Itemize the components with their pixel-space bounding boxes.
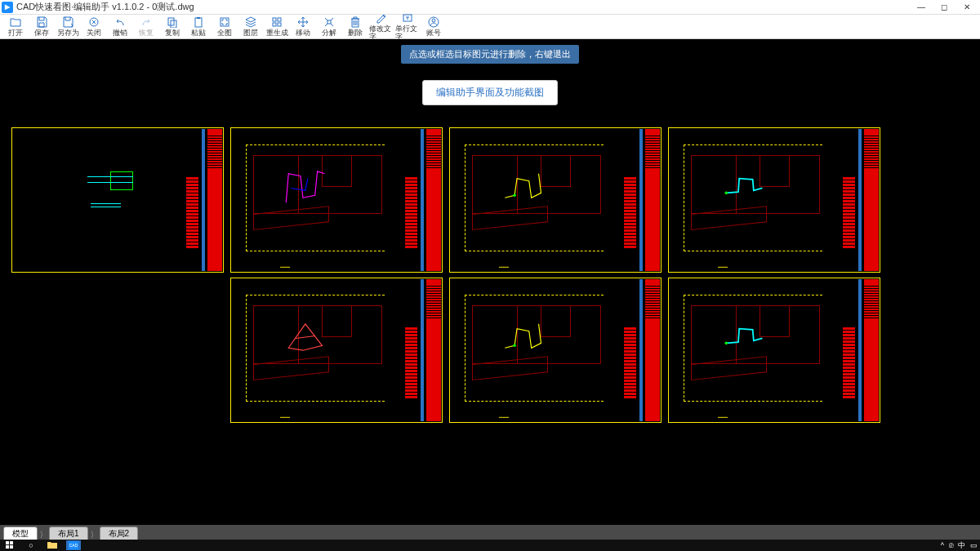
delete-icon bbox=[349, 16, 362, 28]
sheet-stripe bbox=[639, 279, 643, 421]
copy-button[interactable]: 复制 bbox=[160, 16, 185, 38]
edittext-button[interactable]: 修改文字 bbox=[369, 16, 394, 38]
drawing-sheet-5[interactable]: ━━━━ bbox=[449, 278, 662, 423]
sheet-stripe bbox=[202, 129, 205, 271]
toolbar-label: 全图 bbox=[217, 29, 232, 37]
sheet-label: ━━━━ bbox=[718, 264, 728, 269]
explorer-icon[interactable] bbox=[45, 540, 60, 550]
window-title: CAD快速看图·编辑助手 v1.1.0.2 - 0测试.dwg bbox=[16, 1, 910, 13]
floor-plan bbox=[684, 144, 835, 251]
toolbar-label: 图层 bbox=[243, 29, 258, 37]
svg-rect-3 bbox=[195, 18, 202, 27]
layer-button[interactable]: 图层 bbox=[238, 16, 263, 38]
undo-button[interactable]: 撤销 bbox=[108, 16, 132, 38]
svg-rect-9 bbox=[278, 23, 281, 26]
annotation-bars bbox=[624, 327, 636, 421]
title-bar: ▶ CAD快速看图·编辑助手 v1.1.0.2 - 0测试.dwg — ◻ ✕ bbox=[0, 0, 980, 15]
tab-layout1[interactable]: 布局1 bbox=[49, 527, 88, 540]
full-icon bbox=[218, 16, 231, 28]
title-block bbox=[864, 279, 879, 421]
tray-ime-icon[interactable]: 中 bbox=[958, 540, 965, 551]
svg-point-17 bbox=[725, 341, 728, 344]
annotation-bars bbox=[843, 177, 855, 271]
search-button[interactable]: ○ bbox=[24, 540, 38, 550]
tray-display-icon[interactable]: ⎚ bbox=[949, 541, 953, 549]
toolbar-label: 保存 bbox=[34, 29, 49, 37]
minimize-button[interactable]: — bbox=[910, 0, 933, 15]
tab-layout2[interactable]: 布局2 bbox=[100, 527, 139, 540]
svg-rect-10 bbox=[327, 20, 331, 24]
floor-plan bbox=[27, 144, 178, 251]
floor-plan bbox=[246, 295, 397, 402]
drawing-sheet-1[interactable]: ━━━━ bbox=[230, 127, 443, 273]
title-block bbox=[645, 279, 660, 421]
svg-point-12 bbox=[432, 19, 435, 22]
toolbar-label: 移动 bbox=[296, 29, 310, 37]
svg-rect-7 bbox=[278, 18, 281, 21]
text-button[interactable]: 单行文字 bbox=[395, 16, 420, 38]
drawing-sheet-0[interactable] bbox=[11, 127, 224, 273]
start-button[interactable] bbox=[2, 540, 17, 550]
system-tray[interactable]: ^ ⎚ 中 ▭ bbox=[941, 540, 978, 551]
title-block bbox=[207, 129, 222, 271]
full-button[interactable]: 全图 bbox=[212, 16, 237, 38]
maximize-button[interactable]: ◻ bbox=[933, 0, 956, 15]
open-button[interactable]: 打开 bbox=[3, 16, 28, 38]
copy-icon bbox=[166, 16, 179, 28]
paste-button[interactable]: 粘贴 bbox=[186, 16, 211, 38]
title-block bbox=[426, 279, 441, 421]
floor-plan bbox=[465, 144, 616, 251]
tray-chevron-icon[interactable]: ^ bbox=[941, 541, 944, 549]
annotation-bars bbox=[405, 327, 417, 421]
close-button[interactable]: 关闭 bbox=[82, 16, 106, 38]
paste-icon bbox=[192, 16, 205, 28]
layout-tabs: 模型 ⟩ 布局1 ⟩ 布局2 bbox=[0, 525, 980, 540]
svg-rect-8 bbox=[273, 23, 276, 26]
toolbar-label: 重生成 bbox=[266, 29, 288, 37]
toolbar-label: 恢复 bbox=[139, 29, 154, 37]
sheet-label: ━━━━ bbox=[280, 415, 290, 420]
delete-button[interactable]: 删除 bbox=[343, 16, 368, 38]
move-icon bbox=[296, 16, 310, 28]
undo-icon bbox=[114, 16, 127, 28]
drawing-sheet-3[interactable]: ━━━━ bbox=[668, 127, 880, 273]
text-icon bbox=[401, 12, 414, 24]
cad-app-icon[interactable]: CAD bbox=[66, 540, 81, 550]
drawing-sheet-4[interactable]: ━━━━ bbox=[230, 278, 443, 423]
drawing-canvas[interactable]: 点选或框选目标图元进行删除，右键退出 编辑助手界面及功能截图 ━━━━ bbox=[0, 39, 980, 525]
explode-icon bbox=[323, 16, 336, 28]
move-button[interactable]: 移动 bbox=[291, 16, 315, 38]
annotation-bars bbox=[624, 177, 636, 271]
annotation-bars bbox=[186, 177, 198, 271]
account-button[interactable]: 账号 bbox=[421, 16, 446, 38]
window-controls: — ◻ ✕ bbox=[910, 0, 978, 15]
toolbar-label: 撤销 bbox=[113, 29, 127, 37]
close-button[interactable]: ✕ bbox=[956, 0, 978, 15]
edittext-icon bbox=[375, 12, 388, 24]
toolbar-label: 修改文字 bbox=[369, 24, 394, 41]
regen-button[interactable]: 重生成 bbox=[265, 16, 289, 38]
screenshot-button[interactable]: 编辑助手界面及功能截图 bbox=[422, 80, 558, 105]
title-block bbox=[864, 129, 879, 271]
tray-notification-icon[interactable]: ▭ bbox=[970, 541, 978, 549]
title-block bbox=[426, 129, 441, 271]
toolbar-label: 分解 bbox=[322, 29, 336, 37]
redo-icon bbox=[140, 16, 153, 28]
tab-model[interactable]: 模型 bbox=[3, 527, 38, 540]
svg-point-15 bbox=[725, 191, 728, 194]
title-block bbox=[645, 129, 660, 271]
drawing-sheet-2[interactable]: ━━━━ bbox=[449, 127, 662, 273]
explode-button[interactable]: 分解 bbox=[317, 16, 341, 38]
toolbar-label: 复制 bbox=[165, 29, 180, 37]
sheet-stripe bbox=[421, 279, 424, 421]
svg-rect-4 bbox=[197, 17, 200, 19]
sheet-stripe bbox=[858, 129, 862, 271]
drawing-sheet-6[interactable]: ━━━━ bbox=[668, 278, 880, 423]
saveas-button[interactable]: 另存为 bbox=[56, 16, 80, 38]
sheet-label: ━━━━ bbox=[499, 415, 509, 420]
svg-rect-19 bbox=[10, 541, 13, 544]
save-button[interactable]: 保存 bbox=[29, 16, 54, 38]
floor-plan bbox=[684, 295, 835, 402]
sheet-label: ━━━━ bbox=[718, 415, 728, 420]
toolbar-label: 删除 bbox=[348, 29, 363, 37]
